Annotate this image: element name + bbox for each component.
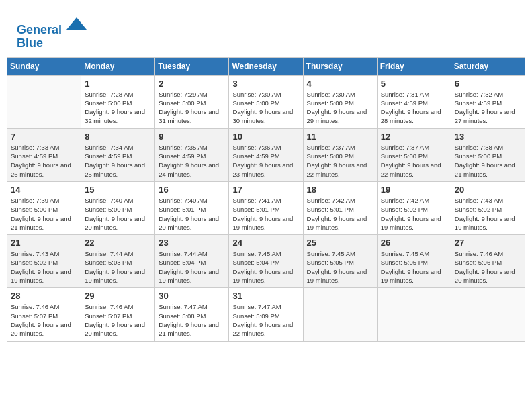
logo-icon <box>66 13 87 34</box>
header-day-wednesday: Wednesday <box>229 57 303 75</box>
day-number: 23 <box>159 238 225 248</box>
calendar-cell: 6Sunrise: 7:32 AMSunset: 4:59 PMDaylight… <box>451 75 525 128</box>
day-number: 8 <box>85 132 151 142</box>
calendar-cell: 21Sunrise: 7:43 AMSunset: 5:02 PMDayligh… <box>7 235 81 288</box>
calendar-cell: 31Sunrise: 7:47 AMSunset: 5:09 PMDayligh… <box>229 288 303 341</box>
day-info: Sunrise: 7:40 AMSunset: 5:01 PMDaylight:… <box>159 196 225 232</box>
day-number: 28 <box>11 291 77 301</box>
calendar-cell: 23Sunrise: 7:44 AMSunset: 5:04 PMDayligh… <box>155 235 229 288</box>
day-info: Sunrise: 7:46 AMSunset: 5:06 PMDaylight:… <box>455 249 521 285</box>
day-number: 10 <box>232 132 299 142</box>
calendar-cell: 20Sunrise: 7:43 AMSunset: 5:02 PMDayligh… <box>451 181 525 234</box>
day-info: Sunrise: 7:42 AMSunset: 5:01 PMDaylight:… <box>307 196 373 232</box>
day-number: 2 <box>159 79 225 89</box>
day-info: Sunrise: 7:41 AMSunset: 5:01 PMDaylight:… <box>232 196 299 232</box>
calendar-cell: 11Sunrise: 7:37 AMSunset: 5:00 PMDayligh… <box>303 128 377 181</box>
day-info: Sunrise: 7:37 AMSunset: 5:00 PMDaylight:… <box>381 143 447 179</box>
day-info: Sunrise: 7:43 AMSunset: 5:02 PMDaylight:… <box>455 196 521 232</box>
day-info: Sunrise: 7:32 AMSunset: 4:59 PMDaylight:… <box>455 90 521 126</box>
calendar-cell: 14Sunrise: 7:39 AMSunset: 5:00 PMDayligh… <box>7 181 81 234</box>
day-number: 4 <box>307 79 373 89</box>
day-number: 7 <box>11 132 77 142</box>
day-info: Sunrise: 7:29 AMSunset: 5:00 PMDaylight:… <box>159 90 225 126</box>
day-info: Sunrise: 7:33 AMSunset: 4:59 PMDaylight:… <box>11 143 77 179</box>
page-header: General Blue <box>7 7 525 54</box>
calendar-cell: 28Sunrise: 7:46 AMSunset: 5:07 PMDayligh… <box>7 288 81 341</box>
calendar-cell: 18Sunrise: 7:42 AMSunset: 5:01 PMDayligh… <box>303 181 377 234</box>
calendar-week-2: 7Sunrise: 7:33 AMSunset: 4:59 PMDaylight… <box>7 128 525 181</box>
calendar-cell: 3Sunrise: 7:30 AMSunset: 5:00 PMDaylight… <box>229 75 303 128</box>
day-info: Sunrise: 7:38 AMSunset: 5:00 PMDaylight:… <box>455 143 521 179</box>
calendar-week-5: 28Sunrise: 7:46 AMSunset: 5:07 PMDayligh… <box>7 288 525 341</box>
header-day-monday: Monday <box>81 57 155 75</box>
day-number: 27 <box>455 238 521 248</box>
calendar-cell: 10Sunrise: 7:36 AMSunset: 4:59 PMDayligh… <box>229 128 303 181</box>
day-info: Sunrise: 7:47 AMSunset: 5:08 PMDaylight:… <box>159 302 225 338</box>
day-number: 22 <box>85 238 151 248</box>
header-day-thursday: Thursday <box>303 57 377 75</box>
svg-marker-0 <box>66 17 87 30</box>
day-number: 13 <box>455 132 521 142</box>
day-number: 16 <box>159 185 225 195</box>
day-info: Sunrise: 7:44 AMSunset: 5:03 PMDaylight:… <box>85 249 151 285</box>
day-info: Sunrise: 7:39 AMSunset: 5:00 PMDaylight:… <box>11 196 77 232</box>
calendar-cell: 27Sunrise: 7:46 AMSunset: 5:06 PMDayligh… <box>451 235 525 288</box>
logo-blue: Blue <box>17 37 87 50</box>
day-number: 29 <box>85 291 151 301</box>
calendar-cell: 5Sunrise: 7:31 AMSunset: 4:59 PMDaylight… <box>377 75 451 128</box>
day-number: 19 <box>381 185 447 195</box>
day-info: Sunrise: 7:35 AMSunset: 4:59 PMDaylight:… <box>159 143 225 179</box>
calendar-cell: 26Sunrise: 7:45 AMSunset: 5:05 PMDayligh… <box>377 235 451 288</box>
calendar-table: SundayMondayTuesdayWednesdayThursdayFrid… <box>7 57 525 342</box>
header-day-tuesday: Tuesday <box>155 57 229 75</box>
day-number: 11 <box>307 132 373 142</box>
calendar-cell: 19Sunrise: 7:42 AMSunset: 5:02 PMDayligh… <box>377 181 451 234</box>
calendar-cell <box>451 288 525 341</box>
day-number: 3 <box>232 79 299 89</box>
calendar-cell: 17Sunrise: 7:41 AMSunset: 5:01 PMDayligh… <box>229 181 303 234</box>
header-day-friday: Friday <box>377 57 451 75</box>
day-number: 1 <box>85 79 151 89</box>
day-info: Sunrise: 7:28 AMSunset: 5:00 PMDaylight:… <box>85 90 151 126</box>
calendar-cell: 25Sunrise: 7:45 AMSunset: 5:05 PMDayligh… <box>303 235 377 288</box>
calendar-cell: 8Sunrise: 7:34 AMSunset: 4:59 PMDaylight… <box>81 128 155 181</box>
day-number: 21 <box>11 238 77 248</box>
calendar-cell <box>377 288 451 341</box>
day-info: Sunrise: 7:30 AMSunset: 5:00 PMDaylight:… <box>232 90 299 126</box>
logo-general: General <box>17 23 62 36</box>
day-number: 12 <box>381 132 447 142</box>
day-info: Sunrise: 7:44 AMSunset: 5:04 PMDaylight:… <box>159 249 225 285</box>
day-info: Sunrise: 7:46 AMSunset: 5:07 PMDaylight:… <box>85 302 151 338</box>
calendar-cell: 1Sunrise: 7:28 AMSunset: 5:00 PMDaylight… <box>81 75 155 128</box>
day-number: 15 <box>85 185 151 195</box>
calendar-cell: 13Sunrise: 7:38 AMSunset: 5:00 PMDayligh… <box>451 128 525 181</box>
day-info: Sunrise: 7:30 AMSunset: 5:00 PMDaylight:… <box>307 90 373 126</box>
calendar-cell <box>303 288 377 341</box>
day-number: 17 <box>232 185 299 195</box>
calendar-cell: 12Sunrise: 7:37 AMSunset: 5:00 PMDayligh… <box>377 128 451 181</box>
calendar-cell: 24Sunrise: 7:45 AMSunset: 5:04 PMDayligh… <box>229 235 303 288</box>
day-number: 6 <box>455 79 521 89</box>
day-info: Sunrise: 7:45 AMSunset: 5:05 PMDaylight:… <box>381 249 447 285</box>
logo: General Blue <box>17 13 87 50</box>
calendar-cell: 9Sunrise: 7:35 AMSunset: 4:59 PMDaylight… <box>155 128 229 181</box>
calendar-week-4: 21Sunrise: 7:43 AMSunset: 5:02 PMDayligh… <box>7 235 525 288</box>
day-number: 26 <box>381 238 447 248</box>
day-info: Sunrise: 7:34 AMSunset: 4:59 PMDaylight:… <box>85 143 151 179</box>
day-info: Sunrise: 7:43 AMSunset: 5:02 PMDaylight:… <box>11 249 77 285</box>
day-number: 31 <box>232 291 299 301</box>
day-info: Sunrise: 7:45 AMSunset: 5:05 PMDaylight:… <box>307 249 373 285</box>
day-info: Sunrise: 7:47 AMSunset: 5:09 PMDaylight:… <box>232 302 299 338</box>
day-info: Sunrise: 7:31 AMSunset: 4:59 PMDaylight:… <box>381 90 447 126</box>
day-number: 30 <box>159 291 225 301</box>
calendar-week-1: 1Sunrise: 7:28 AMSunset: 5:00 PMDaylight… <box>7 75 525 128</box>
calendar-cell: 16Sunrise: 7:40 AMSunset: 5:01 PMDayligh… <box>155 181 229 234</box>
day-info: Sunrise: 7:36 AMSunset: 4:59 PMDaylight:… <box>232 143 299 179</box>
day-number: 14 <box>11 185 77 195</box>
calendar-cell <box>7 75 81 128</box>
day-info: Sunrise: 7:46 AMSunset: 5:07 PMDaylight:… <box>11 302 77 338</box>
calendar-cell: 30Sunrise: 7:47 AMSunset: 5:08 PMDayligh… <box>155 288 229 341</box>
day-info: Sunrise: 7:45 AMSunset: 5:04 PMDaylight:… <box>232 249 299 285</box>
day-number: 9 <box>159 132 225 142</box>
day-number: 20 <box>455 185 521 195</box>
